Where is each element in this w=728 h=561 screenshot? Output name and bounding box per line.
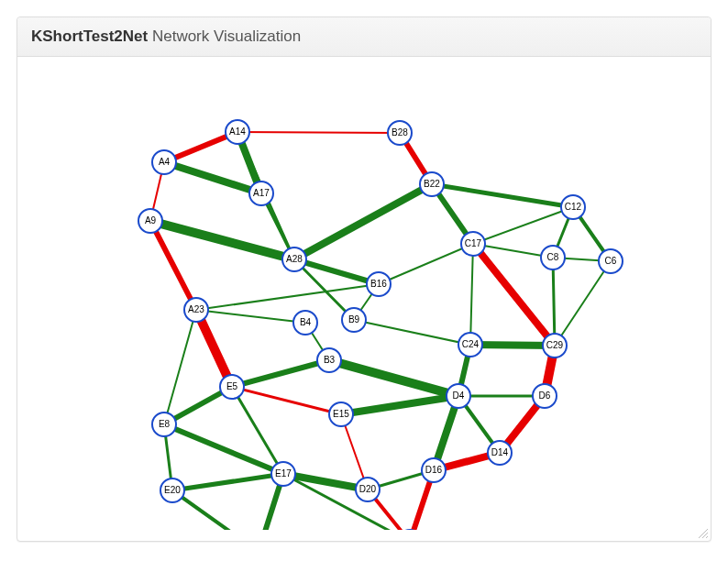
node-label: B28: [392, 127, 408, 138]
node-D20[interactable]: D20: [356, 478, 380, 501]
edge-A23-B16[interactable]: [196, 284, 379, 310]
node-B28[interactable]: B28: [388, 121, 412, 145]
node-label: B16: [370, 279, 387, 289]
edge-E20-E17[interactable]: [172, 474, 283, 490]
node-label: B3: [324, 355, 336, 365]
node-label: C29: [546, 340, 564, 350]
node-label: A23: [188, 304, 204, 314]
edge-B3-E5[interactable]: [232, 360, 329, 387]
edge-A9-A28[interactable]: [150, 221, 294, 259]
node-A14[interactable]: A14: [226, 120, 249, 144]
node-label: C17: [465, 238, 482, 248]
node-label: E15: [333, 409, 349, 419]
edge-B22-C12[interactable]: [432, 184, 573, 207]
node-D6[interactable]: D6: [533, 384, 557, 408]
node-C17[interactable]: C17: [461, 232, 485, 256]
network-svg[interactable]: A14A4A17A9A28B28B22B16B4B9B3A23E5E8E20E1…: [28, 68, 700, 530]
node-E8[interactable]: E8: [152, 412, 176, 436]
edge-E5-E15[interactable]: [232, 387, 341, 414]
edge-C29-C8[interactable]: [553, 258, 555, 346]
edge-A28-B22[interactable]: [294, 184, 432, 259]
edges-layer: [150, 132, 611, 530]
edge-A4-A17[interactable]: [164, 162, 261, 193]
node-C24[interactable]: C24: [458, 333, 482, 357]
edge-A23-B4[interactable]: [196, 310, 305, 323]
node-C29[interactable]: C29: [543, 334, 567, 358]
edge-C29-C6[interactable]: [555, 261, 611, 346]
node-B16[interactable]: B16: [367, 272, 391, 296]
node-B9[interactable]: B9: [342, 308, 366, 332]
node-A23[interactable]: A23: [184, 298, 208, 322]
node-A17[interactable]: A17: [249, 182, 273, 205]
node-label: A14: [229, 126, 246, 137]
node-label: B4: [300, 317, 312, 327]
edge-B9-C24[interactable]: [354, 320, 470, 345]
node-D14[interactable]: D14: [488, 441, 512, 465]
node-label: C12: [565, 202, 582, 212]
edge-B16-C17[interactable]: [379, 244, 473, 284]
node-label: D16: [425, 465, 443, 475]
node-label: E17: [275, 468, 292, 478]
node-C8[interactable]: C8: [541, 246, 565, 270]
resize-grip-icon[interactable]: [697, 527, 708, 538]
node-B22[interactable]: B22: [420, 172, 444, 196]
edge-E20-E28[interactable]: [172, 490, 259, 530]
node-E17[interactable]: E17: [271, 462, 295, 486]
node-label: D20: [359, 484, 377, 494]
node-B4[interactable]: B4: [293, 311, 317, 335]
edge-C24-C17[interactable]: [470, 244, 473, 345]
panel-body: A14A4A17A9A28B28B22B16B4B9B3A23E5E8E20E1…: [17, 57, 711, 541]
node-label: C24: [462, 339, 480, 349]
edge-E15-D4[interactable]: [341, 396, 458, 414]
node-label: E20: [164, 485, 181, 495]
node-label: E8: [159, 419, 171, 429]
panel-title-bold: KShortTest2Net: [31, 28, 148, 45]
panel-heading: KShortTest2Net Network Visualization: [17, 17, 711, 57]
network-panel: KShortTest2Net Network Visualization A14…: [17, 16, 711, 542]
node-label: A28: [286, 254, 303, 264]
edge-A14-B28[interactable]: [237, 132, 400, 133]
node-B3[interactable]: B3: [317, 348, 341, 372]
node-D16[interactable]: D16: [422, 458, 446, 482]
panel-title-rest: Network Visualization: [152, 28, 301, 45]
node-label: D14: [491, 447, 509, 457]
node-E5[interactable]: E5: [220, 375, 244, 399]
node-label: D6: [539, 390, 551, 401]
node-E15[interactable]: E15: [329, 402, 353, 426]
node-C6[interactable]: C6: [599, 249, 623, 273]
node-label: C8: [547, 252, 559, 262]
node-label: A4: [159, 157, 171, 167]
node-A4[interactable]: A4: [152, 150, 176, 174]
node-label: C6: [605, 256, 617, 266]
node-label: A17: [253, 188, 270, 198]
node-label: D4: [453, 390, 465, 401]
node-E20[interactable]: E20: [160, 478, 184, 502]
node-D4[interactable]: D4: [447, 384, 470, 408]
svg-line-32: [706, 536, 708, 538]
node-label: E5: [226, 381, 238, 391]
node-A28[interactable]: A28: [282, 248, 306, 271]
edge-B3-D4[interactable]: [329, 360, 458, 396]
node-label: B22: [424, 179, 440, 189]
edge-C17-C12[interactable]: [473, 207, 573, 244]
node-label: A9: [145, 215, 157, 226]
node-A9[interactable]: A9: [138, 209, 162, 233]
node-C12[interactable]: C12: [561, 195, 585, 219]
edge-E8-E17[interactable]: [164, 424, 283, 474]
node-label: B9: [348, 314, 360, 324]
